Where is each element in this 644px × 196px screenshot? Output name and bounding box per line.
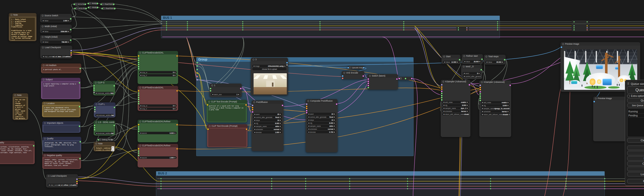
reroute-dot[interactable] bbox=[160, 178, 162, 179]
realtoint-1[interactable]: RealToInt _O bbox=[100, 3, 115, 6]
prediffusion-collapse-icon[interactable] bbox=[253, 101, 255, 103]
composite-prediffusion-widget-seed[interactable]: ◀seed33▶ bbox=[307, 113, 336, 115]
reroute-dot[interactable] bbox=[166, 25, 167, 26]
composite-prediffusion-input-slot[interactable] bbox=[306, 106, 307, 107]
clip-l-input-slot[interactable] bbox=[94, 109, 96, 110]
height-initial-output-slot[interactable] bbox=[70, 39, 71, 41]
manager-button[interactable]: Manager bbox=[627, 179, 644, 183]
vae-encode-output-slot[interactable] bbox=[363, 75, 364, 77]
important-objects-text[interactable] bbox=[44, 125, 79, 132]
reroute-dot[interactable] bbox=[197, 76, 198, 77]
clip-l[interactable]: CLIP L◀linebreak_additionfalse▶ bbox=[94, 102, 115, 117]
clip-enc-sdxl-pos-collapse-icon[interactable] bbox=[139, 52, 141, 54]
load-button[interactable]: Load bbox=[627, 151, 644, 155]
reroute-dot[interactable] bbox=[242, 25, 243, 26]
increment-arrow-icon[interactable]: ▶ bbox=[334, 116, 335, 118]
composite-prediffusion-widget-steps[interactable]: ◀steps10▶ bbox=[307, 119, 336, 121]
clip-enc-sdxl-neg-widget-crop-h[interactable]: ◀crop_h0▶ bbox=[139, 107, 177, 110]
debug-text-output-slot[interactable] bbox=[111, 139, 113, 141]
clip-enc-sdxl-pos-widget-crop-h[interactable]: ◀crop_h0▶ bbox=[139, 74, 177, 77]
clip-l-output-slot[interactable] bbox=[114, 107, 115, 108]
increment-arrow-icon[interactable]: ▶ bbox=[334, 113, 335, 115]
prediffusion-widget-sampler-name[interactable]: ◀sampler_nameddim▶ bbox=[253, 125, 282, 127]
clip-enc-refiner-pos-input-slot[interactable] bbox=[138, 130, 139, 132]
clip-enc-sdxl-pos-input-slot[interactable] bbox=[138, 66, 139, 68]
clipspace-button[interactable]: Clipspace bbox=[627, 161, 644, 166]
switch-latent-input-slot[interactable] bbox=[368, 83, 369, 84]
reroute-dot[interactable] bbox=[319, 27, 320, 28]
multiply-2-input-slot[interactable] bbox=[88, 7, 89, 8]
save-button[interactable]: Save bbox=[627, 146, 644, 150]
node-graph-canvas[interactable]: BUS 1BUS 2Group Note1 : Empty latent 2 :… bbox=[0, 0, 644, 196]
clip-enc-refiner-neg-input-slot[interactable] bbox=[138, 152, 139, 154]
important-objects-output-slot[interactable] bbox=[79, 125, 80, 127]
reroute-dot[interactable] bbox=[497, 25, 498, 26]
reroute-dot[interactable] bbox=[490, 183, 491, 184]
decrement-arrow-icon[interactable]: ◀ bbox=[96, 92, 97, 94]
reroute-dot[interactable] bbox=[166, 29, 167, 30]
ksampler-advanced-1-output-slot[interactable] bbox=[469, 84, 470, 86]
reroute-dot[interactable] bbox=[466, 27, 467, 28]
subject-text[interactable]: a squid repairing a computer using a lar… bbox=[42, 82, 79, 98]
note-syntax-collapse-icon[interactable] bbox=[14, 94, 16, 96]
sdxl-comb-input-slot[interactable] bbox=[94, 129, 95, 130]
decrement-arrow-icon[interactable]: ◀ bbox=[482, 114, 483, 115]
switch-latent-collapse-icon[interactable] bbox=[369, 75, 371, 77]
increment-arrow-icon[interactable]: ▶ bbox=[334, 122, 335, 124]
reroute-dot[interactable] bbox=[407, 183, 408, 184]
ksampler-advanced-1-input-slot[interactable] bbox=[441, 99, 442, 101]
reroute-dot[interactable] bbox=[166, 23, 167, 24]
clip-enc-sdxl-pos-input-slot[interactable] bbox=[138, 64, 139, 65]
seed-o-output-slot[interactable] bbox=[480, 69, 482, 71]
reroute-dot[interactable] bbox=[242, 29, 243, 30]
prediffusion-widget-steps[interactable]: ◀steps10▶ bbox=[253, 119, 282, 121]
location-text[interactable]: a dark long abandoned retro industrial s… bbox=[43, 106, 79, 116]
reroute-latent-mid-slot[interactable] bbox=[405, 78, 406, 79]
negative-quality-text[interactable]: render, comic, cartoon, illustration, re… bbox=[44, 158, 80, 168]
queue-front-button[interactable]: Queue Front bbox=[627, 98, 644, 103]
reroute-dot[interactable] bbox=[458, 27, 459, 28]
clip-enc-sdxl-pos[interactable]: CLIPTextEncodeSDXL◀crop_w0▶◀crop_h0▶ bbox=[138, 51, 178, 84]
art-medium[interactable]: Art mediumA portrait photo of, bbox=[41, 63, 81, 73]
multiply-2-collapse-icon[interactable] bbox=[89, 7, 91, 8]
reroute-dot[interactable] bbox=[319, 29, 320, 30]
vae-encode-input-slot[interactable] bbox=[342, 78, 343, 79]
clip-text-pos-collapse-icon[interactable] bbox=[208, 101, 210, 103]
location-collapse-icon[interactable] bbox=[44, 103, 46, 104]
realtoint-2[interactable]: RealToInt _O bbox=[101, 7, 116, 10]
prediffusion-output-slot[interactable] bbox=[282, 105, 283, 106]
decrement-arrow-icon[interactable]: ◀ bbox=[254, 132, 255, 133]
reroute-dot[interactable] bbox=[587, 27, 588, 28]
ksampler-advanced-1[interactable]: KSampler (Advanced)◀add_noiseenable▶◀cfg… bbox=[441, 80, 470, 137]
prediffusion-input-slot[interactable] bbox=[252, 109, 253, 110]
empty-latent-1-output-slot[interactable] bbox=[240, 88, 242, 89]
debug-text-input-slot[interactable] bbox=[98, 139, 99, 141]
decrement-arrow-icon[interactable]: ◀ bbox=[254, 113, 255, 115]
increment-arrow-icon[interactable]: ▶ bbox=[467, 107, 468, 109]
empty-latent-1-widget-batch-size[interactable]: ◀batch_size1▶ bbox=[211, 93, 240, 96]
important-objects[interactable]: Important objects bbox=[42, 121, 80, 133]
increment-arrow-icon[interactable]: ▶ bbox=[280, 128, 281, 130]
int-to-float-2-input-slot[interactable] bbox=[74, 8, 76, 9]
clip-enc-sdxl-pos-input-slot[interactable] bbox=[138, 62, 139, 63]
int-to-float-1[interactable]: Int to float bbox=[73, 3, 86, 6]
clip-enc-sdxl-pos-input-slot[interactable] bbox=[138, 55, 139, 57]
vae-encode-collapse-icon[interactable] bbox=[343, 72, 345, 74]
decrement-arrow-icon[interactable]: ◀ bbox=[443, 104, 444, 106]
clip-enc-sdxl-pos-input-slot[interactable] bbox=[138, 68, 139, 70]
width-initial-widget-value[interactable]: ◀Value1536.000▶ bbox=[42, 30, 70, 33]
prediffusion-widget-cfg[interactable]: ◀cfg8.000▶ bbox=[253, 122, 282, 124]
ksampler-advanced-2-input-slot[interactable] bbox=[479, 89, 481, 90]
height-initial[interactable]: Height (initial)◀Value768.000▶ bbox=[40, 35, 72, 43]
ksampler-advanced-1-widget-return-with-leftover-noise[interactable]: ◀return_with_leftover_noisedisable▶ bbox=[442, 113, 469, 115]
art-medium-collapse-icon[interactable] bbox=[43, 64, 45, 66]
decrement-arrow-icon[interactable]: ◀ bbox=[308, 116, 309, 118]
decrement-arrow-icon[interactable]: ◀ bbox=[96, 133, 97, 134]
negative-quality-2[interactable]: Negative qualityrender, comic, cartoon, … bbox=[0, 141, 35, 164]
clip-enc-sdxl-neg-input-slot[interactable] bbox=[138, 90, 139, 92]
reroute-dot[interactable] bbox=[403, 21, 404, 22]
reroute-dot[interactable] bbox=[197, 79, 198, 81]
clip-enc-sdxl-neg-output-slot[interactable] bbox=[176, 90, 178, 92]
decrement-arrow-icon[interactable]: ◀ bbox=[443, 107, 444, 109]
increment-arrow-icon[interactable]: ▶ bbox=[508, 111, 509, 112]
